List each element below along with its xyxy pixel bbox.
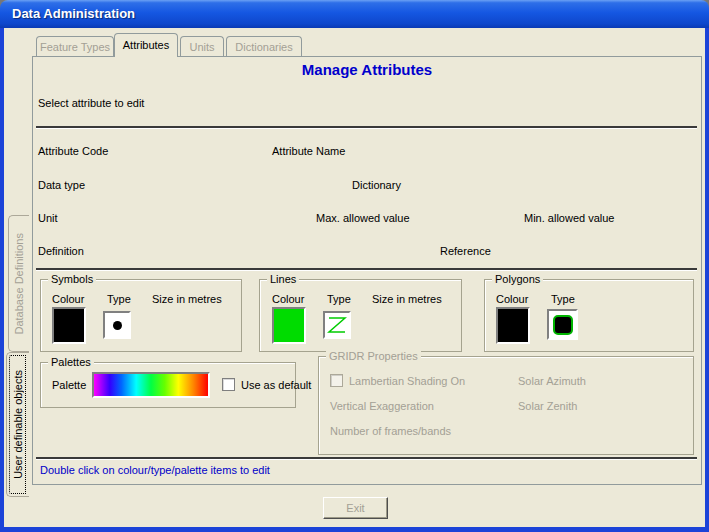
palettes-group-title: Palettes [48,356,94,369]
palette-swatch[interactable] [92,372,210,398]
window-title: Data Administration [12,6,135,21]
use-default-checkbox[interactable] [222,378,235,391]
status-text: Double click on colour/type/palette item… [40,464,270,477]
tab-dictionaries[interactable]: Dictionaries [226,36,302,57]
separator [36,268,697,271]
data-type-label: Data type [38,179,85,192]
solar-azimuth-label: Solar Azimuth [518,375,586,388]
dictionary-label: Dictionary [352,179,401,192]
sidetab-user-definable-objects[interactable]: User definable objects [6,352,29,497]
attribute-name-label: Attribute Name [272,145,345,158]
use-default-label: Use as default [241,379,311,392]
line-colour-label: Colour [272,293,304,306]
lines-group-title: Lines [267,273,299,286]
titlebar[interactable]: Data Administration [0,0,709,28]
polygon-swatch-icon [553,315,573,335]
separator [36,457,697,460]
line-type-label: Type [327,293,351,306]
reference-label: Reference [440,245,491,258]
unit-label: Unit [38,212,58,225]
tab-feature-types[interactable]: Feature Types [36,36,114,57]
symbol-type-label: Type [107,293,131,306]
symbol-colour-swatch[interactable] [52,307,86,344]
vertical-exaggeration-label: Vertical Exaggeration [330,400,434,413]
min-allowed-label: Min. allowed value [524,212,615,225]
definition-label: Definition [38,245,84,258]
line-colour-swatch[interactable] [272,307,306,344]
sidetab-database-definitions[interactable]: Database Definitions [8,215,29,352]
polygons-group-title: Polygons [492,273,543,286]
symbol-size-label: Size in metres [152,293,222,306]
select-attribute-label: Select attribute to edit [38,97,144,110]
exit-button[interactable]: Exit [323,497,388,519]
polygon-colour-swatch[interactable] [496,307,530,344]
symbol-colour-label: Colour [52,293,84,306]
symbols-group-title: Symbols [48,273,96,286]
tab-attributes[interactable]: Attributes [114,33,178,57]
polygon-type-label: Type [551,293,575,306]
sidetab-label: Database Definitions [13,233,25,335]
frames-bands-label: Number of frames/bands [330,425,451,438]
line-size-label: Size in metres [372,293,442,306]
data-administration-window: Data Administration Database Definitions… [0,0,709,532]
polygon-type-box[interactable] [547,309,578,340]
lambertian-shading-checkbox[interactable] [330,374,343,387]
solar-zenith-label: Solar Zenith [518,400,577,413]
lambertian-shading-label: Lambertian Shading On [349,375,465,388]
line-type-box[interactable] [323,311,351,339]
max-allowed-label: Max. allowed value [316,212,410,225]
polygon-colour-label: Colour [496,293,528,306]
tab-units[interactable]: Units [180,36,224,57]
attribute-code-label: Attribute Code [38,145,108,158]
symbol-dot-icon [113,321,122,330]
page-title: Manage Attributes [32,63,702,76]
palette-label: Palette [52,379,86,392]
separator [36,126,697,129]
symbol-type-box[interactable] [103,311,131,339]
gridr-group-title: GRIDR Properties [326,350,421,363]
sidetab-label: User definable objects [12,370,24,479]
line-zigzag-icon [326,314,348,336]
